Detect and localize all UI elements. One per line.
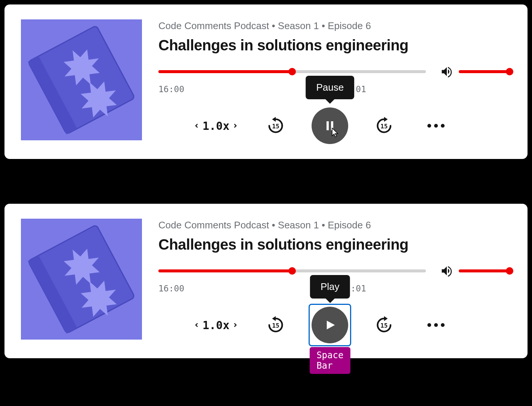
svg-text:15: 15 xyxy=(380,123,388,130)
elapsed-time: 16:00 xyxy=(158,284,184,293)
player-content: Code Comments Podcast • Season 1 • Episo… xyxy=(158,219,510,343)
playback-speed-control[interactable]: 1.0x xyxy=(192,319,240,332)
more-options-button[interactable] xyxy=(427,323,445,327)
svg-text:15: 15 xyxy=(272,322,279,329)
play-pause-tooltip: Play xyxy=(310,275,350,299)
episode-title: Challenges in solutions engineering xyxy=(158,236,510,253)
chevron-right-icon[interactable] xyxy=(232,319,240,331)
svg-rect-4 xyxy=(327,121,329,130)
svg-text:15: 15 xyxy=(272,123,279,130)
volume-slider[interactable] xyxy=(459,70,510,73)
speed-value: 1.0x xyxy=(202,119,229,132)
chevron-left-icon[interactable] xyxy=(192,120,200,131)
player-content: Code Comments Podcast • Season 1 • Episo… xyxy=(158,19,510,144)
volume-slider[interactable] xyxy=(459,269,510,272)
progress-slider[interactable] xyxy=(158,67,426,76)
play-button[interactable] xyxy=(312,307,348,343)
cursor-icon xyxy=(332,128,339,137)
play-pause-tooltip: Pause xyxy=(306,76,354,99)
pause-button[interactable] xyxy=(312,107,348,144)
volume-icon[interactable] xyxy=(439,64,454,79)
podcast-artwork xyxy=(21,19,142,140)
episode-meta: Code Comments Podcast • Season 1 • Episo… xyxy=(158,219,510,231)
skip-back-button[interactable]: 15 xyxy=(266,116,285,135)
episode-meta: Code Comments Podcast • Season 1 • Episo… xyxy=(158,20,510,32)
progress-slider[interactable] xyxy=(158,266,426,275)
svg-text:15: 15 xyxy=(380,322,388,329)
episode-title: Challenges in solutions engineering xyxy=(158,37,510,54)
skip-forward-button[interactable]: 15 xyxy=(374,116,394,135)
keyboard-hint: Space Bar xyxy=(310,347,350,374)
chevron-left-icon[interactable] xyxy=(192,319,200,331)
podcast-artwork xyxy=(21,219,142,340)
elapsed-time: 16:00 xyxy=(158,84,184,94)
playback-speed-control[interactable]: 1.0x xyxy=(192,119,240,132)
volume-icon[interactable] xyxy=(439,263,454,278)
speed-value: 1.0x xyxy=(202,319,229,332)
more-options-button[interactable] xyxy=(427,124,445,128)
chevron-right-icon[interactable] xyxy=(232,120,240,131)
skip-back-button[interactable]: 15 xyxy=(266,315,285,335)
skip-forward-button[interactable]: 15 xyxy=(374,315,394,335)
audio-player-card: Code Comments Podcast • Season 1 • Episo… xyxy=(4,204,528,358)
audio-player-card: Code Comments Podcast • Season 1 • Episo… xyxy=(4,4,528,159)
